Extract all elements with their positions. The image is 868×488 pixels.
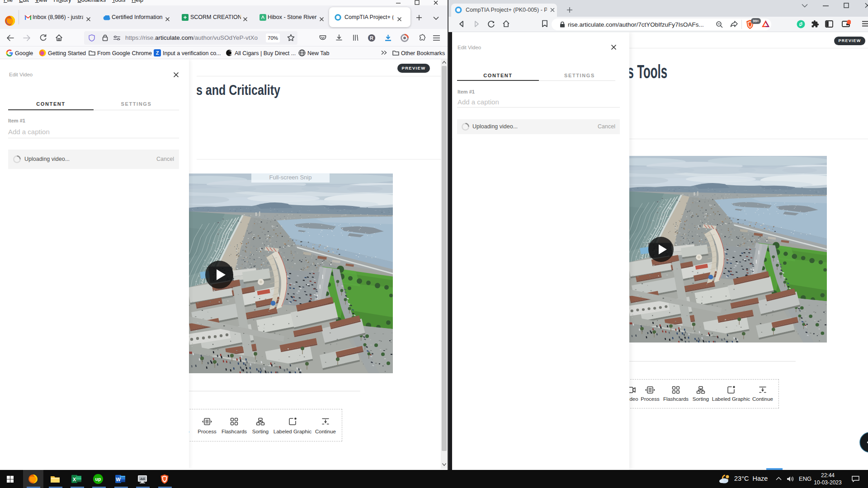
svg-text:Z: Z [156, 50, 159, 56]
svg-text:up: up [95, 476, 101, 482]
svg-text:W: W [116, 477, 121, 482]
svg-text:X: X [73, 477, 76, 482]
svg-text:R: R [370, 35, 373, 41]
